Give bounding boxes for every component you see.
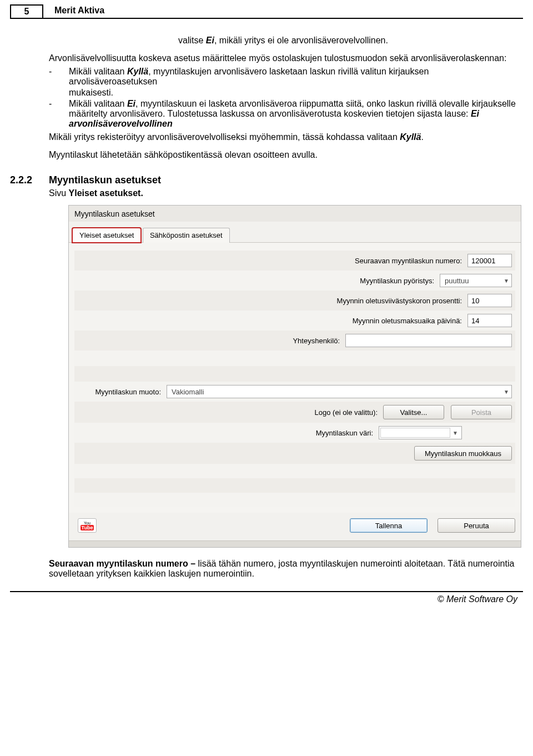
text: Mikäli valitaan [69,99,127,108]
emphasis-ei: Ei [127,99,135,108]
label-color: Myyntilaskun väri: [316,429,379,437]
section-number: 2.2.2 [10,174,49,186]
body-text: valitse Ei, mikäli yritys ei ole arvonli… [10,36,523,160]
dialog-title: Myyntilaskun asetukset [69,206,521,222]
page-header: 5 Merit Aktiva [10,4,523,19]
subheading: Sivu Yleiset asetukset. [10,188,523,198]
payment-days-input[interactable] [467,314,512,327]
emphasis-kylla: Kyllä [400,132,421,142]
rounding-dropdown[interactable]: puuttuu ▼ [440,274,512,287]
emphasis-kylla: Kyllä [127,67,148,76]
format-dropdown[interactable]: Vakiomalli ▼ [167,385,512,398]
dialog-footer: You Tube Tallenna Peruuta [69,513,521,540]
paragraph: Seuraavan myyntilaskun numero – lisää tä… [10,559,523,579]
list-item-cont: mukaisesti. [69,88,517,98]
label-logo: Logo (ei ole valittu): [315,408,383,417]
text: Mikäli valitaan [69,67,127,76]
section-heading: 2.2.2 Myyntilaskun asetukset [10,174,523,186]
tab-general[interactable]: Yleiset asetukset [72,228,141,243]
paragraph: Myyntilaskut lähetetään sähköpostikentäs… [49,150,517,160]
page-footer: © Merit Software Oy [10,591,523,604]
scrollbar-horizontal[interactable] [69,540,521,547]
cancel-button[interactable]: Peruuta [438,518,515,533]
remove-logo-button[interactable]: Poista [451,405,512,419]
text: , myyntilaskuun ei lasketa arvonlisävero… [69,99,516,118]
label-format: Myyntilaskun muoto: [78,388,167,396]
save-button[interactable]: Tallenna [350,518,428,533]
tab-strip: Yleiset asetukset Sähköpostin asetukset [69,222,521,243]
text-bold: Seuraavan myyntilaskun numero – [49,559,198,568]
interest-input[interactable] [467,294,512,307]
label-next-invoice: Seuraavan myyntilaskun numero: [355,257,467,265]
page-number: 5 [10,4,43,18]
edit-invoice-button[interactable]: Myyntilaskun muokkaus [414,446,512,460]
label-payment-days: Myynnin oletusmaksuaika päivinä: [353,317,467,325]
chevron-down-icon: ▼ [504,278,509,284]
section-title: Myyntilaskun asetukset [49,174,161,186]
emphasis-ei: Ei [206,36,214,45]
next-invoice-input[interactable] [467,254,512,267]
settings-dialog: Myyntilaskun asetukset Yleiset asetukset… [68,205,521,548]
text: Sivu [49,188,69,198]
paragraph: Arvonlisävelvollisuutta koskeva asetus m… [49,53,517,63]
dropdown-value: puuttuu [445,277,469,285]
intro-line: valitse Ei, mikäli yritys ei ole arvonli… [49,36,517,46]
label-interest: Myynnin oletusviivästyskoron prosentti: [337,297,467,305]
label-rounding: Myyntilaskun pyöristys: [360,277,440,285]
paragraph: Mikäli yritys rekisteröityy arvonlisäver… [49,132,517,142]
youtube-icon[interactable]: You Tube [78,518,97,533]
document-title: Merit Aktiva [43,4,523,18]
label-contact: Yhteyshenkilö: [293,337,345,345]
tab-email[interactable]: Sähköpostin asetukset [143,228,230,243]
text-bold: Yleiset asetukset. [69,188,143,198]
text: valitse [178,36,206,45]
color-dropdown[interactable]: ▼ [379,426,462,439]
chevron-down-icon: ▼ [450,430,460,436]
text: , mikäli yritys ei ole arvonlisäverovelv… [214,36,388,45]
choose-logo-button[interactable]: Valitse... [383,405,444,419]
chevron-down-icon: ▼ [504,389,509,395]
text: You [84,521,90,525]
dropdown-value: Vakiomalli [172,388,204,396]
list-item: -Mikäli valitaan Kyllä, myyntilaskujen a… [59,67,517,87]
color-swatch [380,428,450,438]
text: . [421,132,423,142]
text: Tube [81,525,94,530]
contact-input[interactable] [345,334,512,347]
text: Mikäli yritys rekisteröityy arvonlisäver… [49,132,400,142]
tab-panel: Seuraavan myyntilaskun numero: Myyntilas… [69,243,521,513]
list-item: -Mikäli valitaan Ei, myyntilaskuun ei la… [59,99,517,129]
